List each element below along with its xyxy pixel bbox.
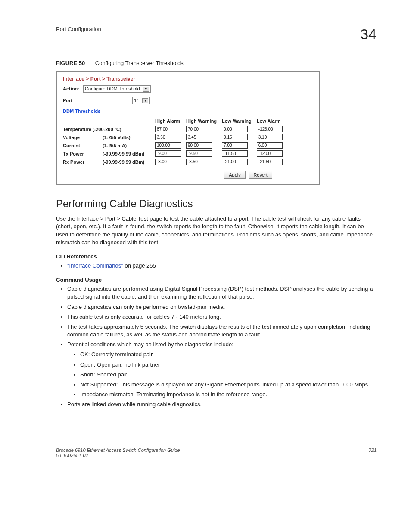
ddm-thresholds-heading: DDM Thresholds bbox=[63, 109, 313, 114]
footer-left: Brocade 6910 Ethernet Access Switch Conf… bbox=[56, 448, 180, 458]
list-item: Not Supported: This message is displayed… bbox=[80, 381, 377, 389]
config-panel: Interface > Port > Transceiver Action: C… bbox=[56, 71, 320, 185]
col-low-warning: Low Warning bbox=[222, 117, 257, 125]
high-warning-input[interactable]: 3.45 bbox=[186, 134, 212, 140]
row-range: (1-255 Volts) bbox=[103, 133, 155, 141]
table-row: Current (1-255 mA) 100.00 90.00 7.00 6.0… bbox=[63, 141, 288, 149]
low-warning-input[interactable]: -11.50 bbox=[222, 150, 248, 157]
list-item: Cable diagnostics can only be performed … bbox=[67, 303, 377, 311]
list-item-text: Potential conditions which may be listed… bbox=[67, 341, 234, 348]
command-usage-heading: Command Usage bbox=[56, 277, 377, 283]
row-name: Current bbox=[63, 141, 103, 149]
table-row: Rx Power (-99.99-99.99 dBm) -3.00 -3.50 … bbox=[63, 158, 288, 166]
apply-button[interactable]: Apply bbox=[224, 171, 246, 179]
table-row: Tx Power (-99.99-99.99 dBm) -9.00 -9.50 … bbox=[63, 149, 288, 158]
list-item: "Interface Commands" on page 255 bbox=[67, 262, 377, 270]
list-item: Short: Shorted pair bbox=[80, 371, 377, 379]
chevron-down-icon: ▼ bbox=[142, 98, 148, 103]
action-select-value: Configure DDM Threshold bbox=[85, 86, 140, 91]
interface-commands-link[interactable]: "Interface Commands" bbox=[67, 262, 123, 269]
list-item: Impedance mismatch: Terminating impedanc… bbox=[80, 391, 377, 398]
high-warning-input[interactable]: -3.50 bbox=[186, 159, 212, 165]
footer-docnum: 53-1002651-02 bbox=[56, 453, 180, 458]
low-alarm-input[interactable]: -21.50 bbox=[257, 159, 283, 165]
list-item: Potential conditions which may be listed… bbox=[67, 341, 377, 398]
row-name: Voltage bbox=[63, 133, 103, 141]
figure-label: FIGURE 50 bbox=[56, 60, 85, 66]
intro-paragraph: Use the Interface > Port > Cable Test pa… bbox=[56, 215, 377, 246]
low-warning-input[interactable]: 3.15 bbox=[222, 134, 248, 140]
list-item: This cable test is only accurate for cab… bbox=[67, 313, 377, 321]
col-high-alarm: High Alarm bbox=[155, 117, 186, 125]
list-item: Ports are linked down while running cabl… bbox=[67, 401, 377, 408]
page-number: 721 bbox=[369, 448, 377, 458]
action-label: Action: bbox=[63, 86, 79, 91]
low-alarm-input[interactable]: -12.00 bbox=[257, 150, 283, 157]
chevron-down-icon: ▼ bbox=[143, 87, 149, 92]
low-alarm-input[interactable]: -123.00 bbox=[257, 126, 283, 132]
footer-title: Brocade 6910 Ethernet Access Switch Conf… bbox=[56, 448, 180, 453]
port-select[interactable]: 11 ▼ bbox=[132, 97, 150, 104]
figure-caption: FIGURE 50 Configuring Transceiver Thresh… bbox=[56, 60, 377, 66]
row-name: Temperature (-200-200 °C) bbox=[63, 125, 155, 133]
revert-button[interactable]: Revert bbox=[249, 171, 272, 179]
high-alarm-input[interactable]: -9.00 bbox=[155, 150, 181, 157]
section-heading: Performing Cable Diagnostics bbox=[56, 198, 377, 210]
thresholds-table: High Alarm High Warning Low Warning Low … bbox=[63, 117, 288, 166]
list-item: The test takes approximately 5 seconds. … bbox=[67, 323, 377, 339]
figure-title: Configuring Transceiver Thresholds bbox=[95, 60, 184, 66]
low-warning-input[interactable]: -21.00 bbox=[222, 159, 248, 165]
breadcrumb: Interface > Port > Transceiver bbox=[63, 76, 313, 82]
link-suffix: on page 255 bbox=[123, 262, 156, 269]
high-warning-input[interactable]: 90.00 bbox=[186, 142, 212, 149]
list-item: OK: Correctly terminated pair bbox=[80, 351, 377, 358]
cli-references-heading: CLI References bbox=[56, 253, 377, 260]
chapter-number: 34 bbox=[360, 26, 377, 43]
port-label: Port bbox=[63, 98, 72, 103]
table-row: Voltage (1-255 Volts) 3.50 3.45 3.15 3.1… bbox=[63, 133, 288, 141]
low-warning-input[interactable]: 0.00 bbox=[222, 126, 248, 132]
list-item: Open: Open pair, no link partner bbox=[80, 361, 377, 369]
row-name: Rx Power bbox=[63, 158, 103, 166]
port-select-value: 11 bbox=[134, 98, 139, 103]
row-range: (1-255 mA) bbox=[103, 141, 155, 149]
action-select[interactable]: Configure DDM Threshold ▼ bbox=[83, 85, 151, 93]
low-alarm-input[interactable]: 3.10 bbox=[257, 134, 283, 140]
high-alarm-input[interactable]: -3.00 bbox=[155, 159, 181, 165]
row-name: Tx Power bbox=[63, 149, 103, 158]
list-item: Cable diagnostics are performed using Di… bbox=[67, 285, 377, 301]
high-warning-input[interactable]: 70.00 bbox=[186, 126, 212, 132]
high-alarm-input[interactable]: 3.50 bbox=[155, 134, 181, 140]
running-header: Port Configuration bbox=[56, 26, 101, 32]
row-range: (-99.99-99.99 dBm) bbox=[103, 149, 155, 158]
low-alarm-input[interactable]: 6.00 bbox=[257, 142, 283, 149]
col-high-warning: High Warning bbox=[186, 117, 222, 125]
row-range: (-99.99-99.99 dBm) bbox=[103, 158, 155, 166]
high-alarm-input[interactable]: 100.00 bbox=[155, 142, 181, 149]
high-warning-input[interactable]: -9.50 bbox=[186, 150, 212, 157]
low-warning-input[interactable]: 7.00 bbox=[222, 142, 248, 149]
high-alarm-input[interactable]: 87.00 bbox=[155, 126, 181, 132]
col-low-alarm: Low Alarm bbox=[257, 117, 288, 125]
table-row: Temperature (-200-200 °C) 87.00 70.00 0.… bbox=[63, 125, 288, 133]
